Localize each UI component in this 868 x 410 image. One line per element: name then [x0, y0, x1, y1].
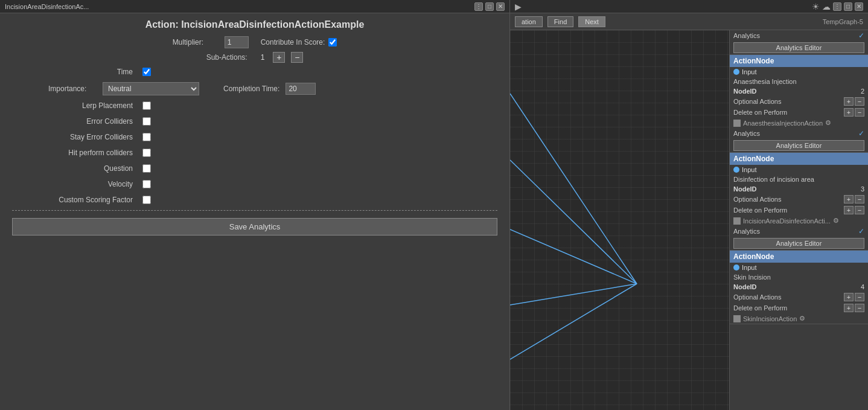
left-window-title: IncisionAreaDisinfectionAc...	[5, 3, 89, 10]
svg-line-4	[510, 284, 637, 359]
time-checkbox[interactable]	[142, 68, 151, 76]
custom-scoring-checkbox[interactable]	[142, 196, 151, 204]
stay-error-colliders-checkbox[interactable]	[142, 133, 151, 141]
analytics-editor-btn-1[interactable]: Analytics Editor	[733, 140, 864, 151]
node-id-label-1: NodeID	[733, 88, 757, 95]
error-colliders-checkbox[interactable]	[142, 117, 151, 126]
delete-on-perform-row-2: Delete on Perform + −	[730, 205, 868, 216]
optional-actions-row-3: Optional Actions + −	[730, 292, 868, 303]
action-node-label-3: ActionNode	[733, 252, 774, 261]
left-title-bar: IncisionAreaDisinfectionAc... ⋮ □ ✕	[0, 0, 510, 13]
analytics-label-pre1: Analytics	[733, 32, 760, 39]
analytics-label-1: Analytics	[733, 130, 760, 137]
node-sidebar: Analytics ✓ Analytics Editor ActionNode …	[729, 30, 868, 410]
hit-perform-checkbox[interactable]	[142, 149, 151, 157]
stay-error-colliders-label: Stay Error Colliders	[12, 133, 133, 141]
contribute-checkbox[interactable]	[328, 38, 337, 46]
node-action-bar-2: ActionNode	[730, 153, 868, 165]
node-analytics-row-2: Analytics ✓	[730, 226, 868, 237]
node-name-3: Skin Incision	[733, 274, 771, 281]
delete-add-btn-1[interactable]: +	[844, 108, 854, 117]
delete-on-perform-label-1: Delete on Perform	[733, 109, 787, 116]
completion-time-label: Completion Time:	[223, 85, 279, 93]
delete-remove-btn-3[interactable]: −	[855, 304, 864, 312]
node-id-label-2: NodeID	[733, 185, 757, 193]
menu-btn[interactable]: ⋮	[474, 2, 483, 11]
input-label-1: Input	[742, 68, 756, 75]
gear-icon-2[interactable]: ⚙	[833, 217, 839, 225]
input-dot-3	[733, 264, 739, 271]
gear-icon-1[interactable]: ⚙	[825, 119, 831, 127]
analytics-editor-btn-pre1[interactable]: Analytics Editor	[733, 42, 864, 53]
subactions-remove-btn[interactable]: −	[291, 52, 303, 63]
find-btn[interactable]: Find	[547, 16, 573, 27]
optional-remove-btn-1[interactable]: −	[855, 97, 864, 106]
node-id-row-3: NodeID 4	[730, 282, 868, 292]
analytics-check-pre1: ✓	[858, 31, 864, 40]
analytics-editor-btn-2[interactable]: Analytics Editor	[733, 238, 864, 249]
right-menu-btn[interactable]: ⋮	[833, 2, 841, 11]
question-checkbox[interactable]	[142, 164, 151, 173]
optional-add-btn-1[interactable]: +	[844, 97, 854, 106]
completion-time-input[interactable]	[286, 83, 316, 95]
node-name-2: Disinfection of incision area	[733, 176, 814, 183]
svg-line-1	[510, 160, 637, 284]
subactions-value: 1	[261, 53, 265, 62]
node-block-2: ActionNode Input Disinfection of incisio…	[730, 153, 868, 251]
right-maximize-btn[interactable]: □	[844, 2, 852, 11]
question-label: Question	[12, 164, 133, 173]
delete-remove-btn-2[interactable]: −	[855, 206, 864, 214]
node-id-value-1: 2	[861, 88, 864, 95]
delete-add-btn-2[interactable]: +	[844, 206, 854, 214]
analytics-check-1: ✓	[858, 129, 864, 138]
action-node-label-1: ActionNode	[733, 57, 774, 65]
play-button[interactable]: ▶	[515, 2, 522, 11]
multiplier-input[interactable]	[225, 36, 249, 48]
subactions-add-btn[interactable]: +	[273, 52, 285, 63]
optional-actions-label-3: Optional Actions	[733, 293, 782, 301]
optional-remove-btn-3[interactable]: −	[855, 293, 864, 301]
optional-actions-row-2: Optional Actions + −	[730, 194, 868, 205]
cloud-icon: ☁	[822, 2, 831, 11]
error-colliders-label: Error Colliders	[12, 117, 133, 126]
hit-perform-label: Hit perform colliders	[12, 149, 133, 157]
node-block-1: ActionNode Input Anaesthesia Injection N…	[730, 55, 868, 153]
velocity-label: Velocity	[12, 180, 133, 188]
ation-btn[interactable]: ation	[515, 16, 543, 27]
time-label: Time	[12, 68, 133, 76]
optional-actions-label-1: Optional Actions	[733, 98, 782, 105]
close-btn[interactable]: ✕	[496, 2, 505, 11]
optional-actions-label-2: Optional Actions	[733, 196, 782, 203]
lerp-placement-checkbox[interactable]	[142, 101, 151, 110]
node-name-1: Anaesthesia Injection	[733, 78, 797, 85]
input-label-2: Input	[742, 166, 756, 173]
divider	[12, 210, 497, 211]
delete-on-perform-row-1: Delete on Perform + −	[730, 107, 868, 118]
maximize-btn[interactable]: □	[485, 2, 494, 11]
importance-select[interactable]: Neutral Important Critical	[103, 82, 199, 95]
optional-add-btn-2[interactable]: +	[844, 195, 854, 203]
node-action-ref-1: AnaesthesiaInjectionAction ⚙	[730, 118, 868, 128]
multiplier-label: Multiplier:	[173, 38, 221, 46]
node-action-ref-3: SkinIncisionAction ⚙	[730, 313, 868, 324]
action-icon-2	[733, 217, 741, 225]
optional-add-btn-3[interactable]: +	[844, 293, 854, 301]
node-name-row-1: Anaesthesia Injection	[730, 77, 868, 86]
next-btn[interactable]: Next	[578, 16, 605, 27]
gear-icon-3[interactable]: ⚙	[799, 315, 805, 322]
node-name-row-3: Skin Incision	[730, 272, 868, 282]
delete-add-btn-3[interactable]: +	[844, 304, 854, 312]
right-close-btn[interactable]: ✕	[855, 2, 863, 11]
analytics-label-2: Analytics	[733, 228, 760, 235]
delete-remove-btn-1[interactable]: −	[855, 108, 864, 117]
action-icon-3	[733, 315, 741, 322]
input-label-3: Input	[742, 264, 756, 271]
velocity-checkbox[interactable]	[142, 180, 151, 188]
node-block-3: ActionNode Input Skin Incision NodeID 4	[730, 251, 868, 324]
optional-remove-btn-2[interactable]: −	[855, 195, 864, 203]
action-ref-text-1: AnaesthesiaInjectionAction	[743, 120, 823, 127]
delete-on-perform-row-3: Delete on Perform + −	[730, 303, 868, 313]
save-analytics-btn[interactable]: Save Analytics	[12, 218, 497, 235]
right-toolbar: ation Find Next TempGraph-5	[510, 13, 868, 30]
node-id-value-3: 4	[861, 283, 864, 290]
